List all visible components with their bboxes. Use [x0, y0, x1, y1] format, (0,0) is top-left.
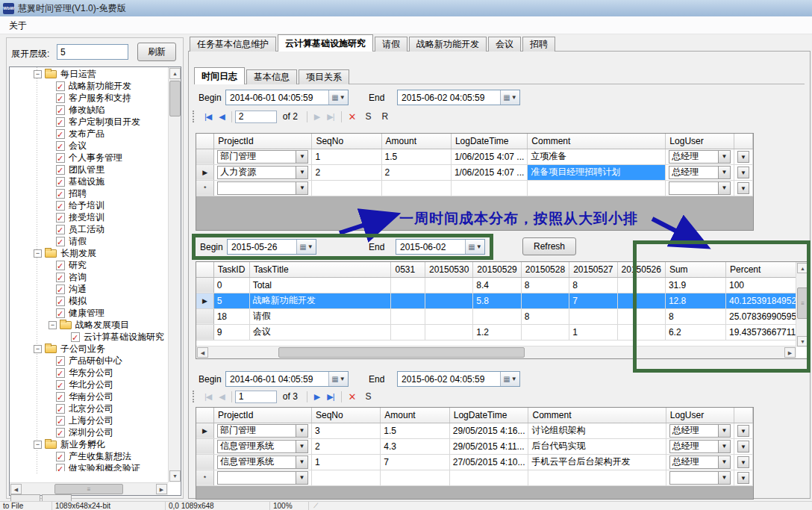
- delete-record-icon[interactable]: ✕: [349, 111, 357, 122]
- row-selector[interactable]: *: [196, 180, 214, 196]
- grid-cell-extra[interactable]: ▼: [734, 180, 752, 196]
- grid-cell[interactable]: 8: [665, 308, 725, 324]
- combo-cell[interactable]: 人力资源▼: [217, 166, 308, 179]
- combo-cell[interactable]: ▼: [669, 471, 731, 485]
- grid-row[interactable]: ▶部门管理▼31.529/05/2015 4:16...讨论组织架构总经理▼▼: [196, 423, 753, 438]
- scroll-down-icon[interactable]: ▼: [169, 470, 181, 482]
- row-selector[interactable]: [196, 438, 214, 454]
- grid-cell[interactable]: [391, 293, 425, 308]
- expand-level-input[interactable]: [57, 44, 128, 60]
- record-position[interactable]: 2: [235, 111, 277, 123]
- calendar-dropdown-icon[interactable]: ▦▼: [296, 240, 316, 254]
- tree-item-task[interactable]: 研究: [10, 259, 168, 271]
- grid-row[interactable]: 9会议1.216.219.43573667711...: [196, 324, 808, 340]
- grip-handle[interactable]: [193, 391, 195, 402]
- grid-cell[interactable]: 1: [312, 149, 381, 164]
- grid-cell[interactable]: 手机云平台后台架构开发: [528, 454, 666, 470]
- record-position[interactable]: 1: [235, 391, 277, 403]
- column-header[interactable]: 0531: [391, 262, 425, 277]
- combo-cell[interactable]: 总经理▼: [669, 150, 731, 164]
- combo-cell[interactable]: 部门管理▼: [217, 150, 308, 164]
- grid-cell[interactable]: 信息管理系统▼: [214, 438, 312, 454]
- combo-cell[interactable]: ▼: [217, 181, 308, 195]
- tree-item-task[interactable]: 北京分公司: [10, 402, 168, 414]
- tree-item-task[interactable]: 云计算基础设施研究: [10, 331, 168, 343]
- scroll-thumb[interactable]: [278, 347, 525, 358]
- grid-cell[interactable]: 3: [312, 423, 381, 438]
- grid-cell[interactable]: 31.9: [665, 277, 725, 293]
- grid-cell[interactable]: [312, 470, 381, 485]
- grid-cell[interactable]: 4.3: [381, 438, 449, 454]
- tree-vertical-scrollbar[interactable]: ▲ ▼: [168, 67, 181, 482]
- grid-cell[interactable]: 1.5: [381, 149, 451, 164]
- grid-vertical-scrollbar[interactable]: ▲ ≡ ▼: [796, 262, 808, 347]
- grid-cell[interactable]: [617, 293, 665, 308]
- column-header[interactable]: Comment: [528, 134, 666, 149]
- calendar-dropdown-icon[interactable]: ▦▼: [500, 372, 519, 386]
- chevron-down-icon[interactable]: ▼: [718, 151, 730, 163]
- grid-cell[interactable]: 8: [521, 308, 569, 324]
- week-begin-datepicker[interactable]: 2015-05-26 ▦▼: [227, 239, 316, 255]
- grid-cell[interactable]: [381, 470, 449, 485]
- tree-item-folder[interactable]: −每日运营: [10, 68, 168, 80]
- chevron-down-icon[interactable]: ▼: [296, 182, 307, 194]
- row-selector[interactable]: [196, 324, 213, 340]
- grid-cell[interactable]: [521, 293, 569, 308]
- column-header[interactable]: LogDateTime: [451, 134, 527, 149]
- grid-cell[interactable]: [381, 180, 451, 196]
- tree-item-task[interactable]: 客户服务和支持: [10, 92, 168, 104]
- tab-meeting[interactable]: 会议: [488, 37, 521, 52]
- grid-cell[interactable]: 8: [569, 277, 617, 293]
- row-selector[interactable]: [196, 149, 214, 164]
- tree-item-task[interactable]: 给予培训: [10, 199, 168, 211]
- scroll-left-icon[interactable]: ◀: [10, 484, 22, 494]
- tab-cloud-infra-research[interactable]: 云计算基础设施研究: [278, 34, 373, 52]
- grid-new-row[interactable]: *▼▼▼: [196, 180, 753, 196]
- column-header[interactable]: Amount: [381, 408, 449, 423]
- combo-cell[interactable]: 部门管理▼: [217, 424, 308, 438]
- tree-item-folder[interactable]: −子公司业务: [10, 343, 168, 355]
- grid-cell[interactable]: 总经理▼: [666, 164, 734, 180]
- grid-row[interactable]: ▶5战略新功能开发5.8712.840.12539184952...: [196, 293, 808, 308]
- tree-item-folder[interactable]: −新业务孵化: [10, 438, 168, 450]
- combo-cell[interactable]: ▼: [669, 181, 731, 195]
- grid-cell[interactable]: 8: [521, 277, 569, 293]
- grid-cell[interactable]: 请假: [249, 308, 391, 324]
- last-record-icon[interactable]: ▶|: [327, 112, 334, 122]
- grid-cell[interactable]: 1/06/2015 4:07 ...: [451, 149, 527, 164]
- grip-handle[interactable]: [193, 111, 195, 122]
- grid-cell[interactable]: 29/05/2015 4:11...: [449, 438, 528, 454]
- grid-row[interactable]: 18请假8825.07836990595...: [196, 308, 808, 324]
- grid-cell[interactable]: [451, 180, 527, 196]
- combo-cell[interactable]: 信息管理系统▼: [217, 440, 308, 453]
- chevron-down-icon[interactable]: ▼: [737, 167, 749, 178]
- combo-cell[interactable]: 总经理▼: [669, 440, 731, 453]
- chevron-down-icon[interactable]: ▼: [718, 441, 730, 453]
- tab-project-relation[interactable]: 项目关系: [299, 69, 349, 84]
- column-header[interactable]: 20150530: [425, 262, 472, 277]
- tree-item-task[interactable]: 华南分公司: [10, 391, 168, 402]
- chevron-down-icon[interactable]: ▼: [296, 441, 307, 453]
- combo-cell[interactable]: 信息管理系统▼: [217, 455, 308, 469]
- scroll-up-icon[interactable]: ▲: [797, 263, 808, 273]
- begin-datepicker-bottom[interactable]: 2014-06-01 04:05:59 ▦▼: [225, 371, 349, 387]
- grid-cell[interactable]: 信息管理系统▼: [214, 454, 312, 470]
- grid-cell-extra[interactable]: ▼: [734, 149, 752, 164]
- tree-item-task[interactable]: 华北分公司: [10, 379, 168, 391]
- grid-cell[interactable]: [312, 180, 381, 196]
- chevron-down-icon[interactable]: ▼: [296, 167, 307, 178]
- grid-cell[interactable]: 7: [569, 293, 617, 308]
- collapse-icon[interactable]: −: [34, 441, 42, 449]
- tree-item-task[interactable]: 接受培训: [10, 211, 168, 223]
- tree-item-task[interactable]: 产生收集新想法: [10, 450, 168, 462]
- grid-cell[interactable]: 2: [312, 438, 381, 454]
- first-record-icon[interactable]: |◀: [204, 112, 211, 122]
- grid-cell-extra[interactable]: ▼: [734, 470, 752, 485]
- chevron-down-icon[interactable]: ▼: [296, 425, 307, 437]
- column-header[interactable]: ProjectId: [214, 134, 312, 149]
- grid-cell[interactable]: 后台代码实现: [528, 438, 666, 454]
- grid-cell[interactable]: 立项准备: [528, 149, 666, 164]
- column-header[interactable]: Sum: [665, 262, 725, 277]
- grid-cell[interactable]: 会议: [249, 324, 391, 340]
- tab-leave[interactable]: 请假: [375, 37, 407, 52]
